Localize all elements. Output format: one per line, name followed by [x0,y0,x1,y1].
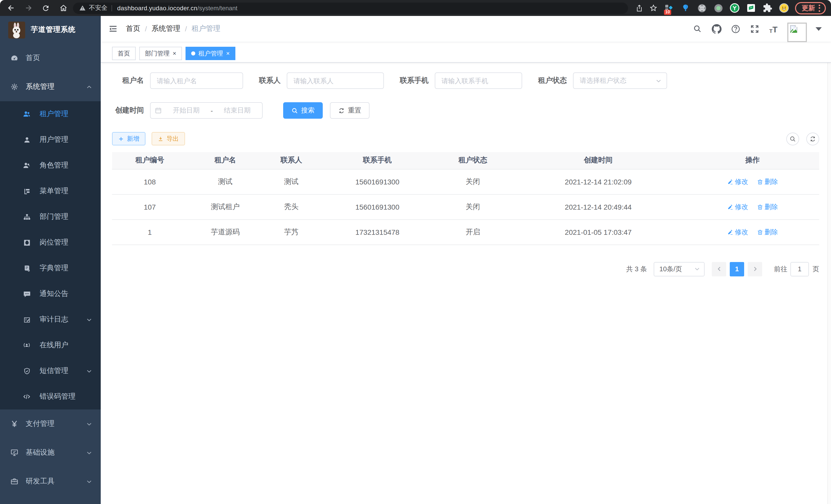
browser-home-button[interactable] [57,1,70,14]
sidebar-item-label: 通知公告 [39,289,68,298]
font-size-icon[interactable]: TT [768,24,779,34]
extension-adblock-icon[interactable]: 10 [663,3,674,13]
sidebar-item-dev-tools[interactable]: 研发工具 [0,467,101,496]
browser-scrollbar[interactable] [827,16,831,504]
address-bar[interactable]: 不安全 dashboard.yudao.iocoder.cn/system/te… [73,2,628,13]
end-date-placeholder[interactable]: 结束日期 [217,106,258,115]
fullscreen-icon[interactable] [749,24,760,34]
browser-menu-kebab-icon[interactable] [819,4,820,11]
delete-link[interactable]: 删除 [757,227,778,237]
app-logo-row[interactable]: 芋道管理系统 [0,16,101,44]
sidebar-item-tenant[interactable]: 租户管理 [0,101,101,127]
sidebar-item-roles[interactable]: 角色管理 [0,153,101,178]
table-row: 1 芋道源码 芋艿 17321315478 开启 2021-01-05 17:0… [112,219,819,244]
extension-badge: 10 [664,10,671,15]
cell-contact: 芋艿 [263,219,320,244]
edit-link[interactable]: 修改 [727,227,748,237]
cell-created: 2021-12-14 20:49:44 [511,194,686,219]
sidebar-item-system[interactable]: 系统管理 [0,72,101,101]
browser-back-button[interactable] [4,1,18,14]
delete-link[interactable]: 删除 [757,202,778,211]
tab-tenant[interactable]: 租户管理 × [185,47,235,60]
infrastructure-icon [10,448,19,457]
edit-link[interactable]: 修改 [727,177,748,186]
share-icon[interactable] [635,4,643,12]
sidebar-fold-icon[interactable] [109,24,118,33]
pagination-total: 共 3 条 [626,264,647,274]
browser-reload-button[interactable] [39,1,52,14]
sidebar-item-label: 错误码管理 [39,392,76,401]
cell-tenant-name: 测试租户 [188,194,263,219]
sidebar-item-payment[interactable]: 支付管理 [0,410,101,438]
refresh-table-button[interactable] [806,132,819,145]
reset-button[interactable]: 重置 [330,102,370,119]
extension-command-icon[interactable] [696,3,707,13]
url-host[interactable]: dashboard.yudao.iocoder.cn [117,4,197,11]
sidebar-item-menus[interactable]: 菜单管理 [0,178,101,204]
sidebar-item-departments[interactable]: 部门管理 [0,204,101,230]
tab-departments[interactable]: 部门管理 × [139,47,182,60]
chevron-down-icon [86,421,92,427]
pagination: 共 3 条 10条/页 1 前往 页 [112,262,819,276]
next-page-button[interactable] [748,262,762,276]
extension-y-icon[interactable] [729,3,740,13]
gear-icon [10,83,19,91]
prev-page-button[interactable] [712,262,726,276]
col-tenant-id: 租户编号 [112,152,188,169]
browser-forward-button[interactable] [22,1,35,14]
start-date-placeholder[interactable]: 开始日期 [166,106,207,115]
breadcrumb-system[interactable]: 系统管理 [152,24,180,33]
sidebar-item-home[interactable]: 首页 [0,44,101,72]
status-select[interactable]: 请选择租户状态 [573,72,667,89]
sidebar-item-users[interactable]: 用户管理 [0,127,101,153]
page-number-1[interactable]: 1 [730,262,744,276]
contact-input[interactable] [287,72,384,89]
header-search-icon[interactable] [692,24,703,34]
github-icon[interactable] [711,24,721,34]
sidebar-item-audit-log[interactable]: 审计日志 [0,307,101,332]
security-label[interactable]: 不安全 [89,4,107,12]
extensions-puzzle-icon[interactable] [762,3,773,13]
help-icon[interactable] [730,24,741,34]
sidebar-item-label: 研发工具 [26,477,55,486]
sidebar-item-infrastructure[interactable]: 基础设施 [0,438,101,467]
sidebar-item-label: 短信管理 [39,366,68,376]
extension-balloon-icon[interactable] [680,3,691,13]
extension-chat-icon[interactable] [746,3,756,13]
sidebar-item-error-codes[interactable]: 错误码管理 [0,384,101,410]
tab-close-icon[interactable]: × [173,50,176,57]
bookmark-star-icon[interactable] [649,4,658,12]
browser-update-button[interactable]: 更新 [795,2,826,14]
sidebar-item-sms[interactable]: 短信管理 [0,358,101,384]
phone-input[interactable] [435,72,522,89]
cell-tenant-id: 108 [112,169,188,194]
sidebar-item-announcements[interactable]: 通知公告 [0,281,101,307]
extension-green-dot-icon[interactable] [713,3,724,13]
breadcrumb-home[interactable]: 首页 [126,24,140,33]
tab-close-icon[interactable]: × [226,50,230,57]
sidebar-item-label: 支付管理 [26,419,55,428]
sidebar-item-online-users[interactable]: 在线用户 [0,332,101,358]
export-button[interactable]: 导出 [152,132,185,145]
edit-link[interactable]: 修改 [727,202,748,211]
sidebar-item-posts[interactable]: 岗位管理 [0,230,101,255]
breadcrumb-current: 租户管理 [192,24,221,33]
add-button[interactable]: 新增 [112,132,145,145]
avatar[interactable] [787,23,807,42]
search-button[interactable]: 搜索 [283,102,323,119]
delete-link[interactable]: 删除 [757,177,778,186]
dev-tools-icon [10,477,19,485]
page-size-select[interactable]: 10条/页 [654,262,705,276]
sidebar-item-dictionary[interactable]: 字典管理 [0,255,101,281]
toggle-search-button[interactable] [786,132,799,145]
avatar-caret-icon[interactable] [815,27,822,31]
tab-home[interactable]: 首页 [112,47,136,60]
create-time-range-picker[interactable]: 开始日期 - 结束日期 [150,102,263,119]
tenant-name-input[interactable] [150,72,243,89]
table-row: 108 测试 测试 15601691300 关闭 2021-12-14 21:0… [112,169,819,194]
broken-image-icon [790,25,798,33]
sms-shield-icon [23,367,31,375]
profile-emoji-icon[interactable] [779,3,790,13]
goto-page-input[interactable] [791,262,809,276]
app-logo-rabbit [8,21,25,38]
